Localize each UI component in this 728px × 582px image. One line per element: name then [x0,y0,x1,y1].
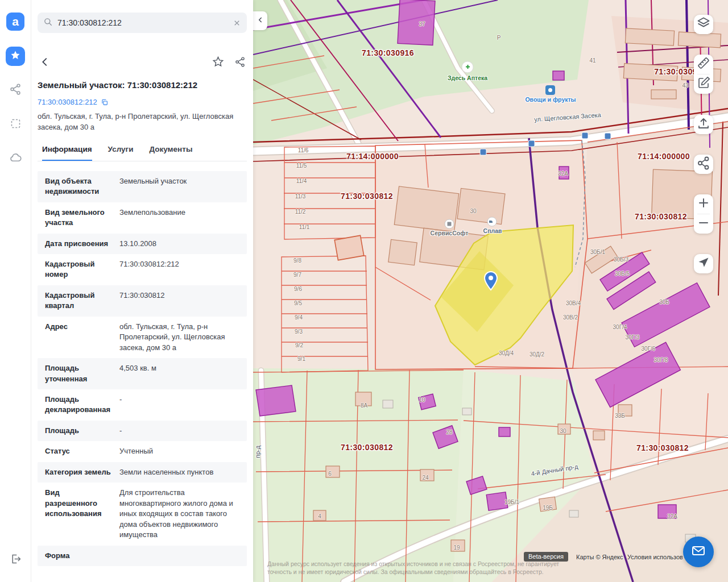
map-disclaimer: Данный ресурс использует сведения из отк… [267,560,574,582]
info-value: - [119,426,247,436]
zoom-out-button[interactable] [694,214,713,234]
info-value [119,551,247,561]
parcel-number: 9/4 [295,314,303,321]
office-icon[interactable] [445,219,454,228]
app-logo[interactable]: a [6,13,24,31]
rail-share-button[interactable] [6,81,25,100]
info-row: Форма [38,546,247,566]
measure-button[interactable] [694,55,713,74]
share-nodes-icon [694,153,713,175]
parcel-number: 33Б [615,413,625,419]
parcel-number: 30 [560,428,566,434]
parcel-number: 30Б/1 [590,249,605,255]
share-map-button[interactable] [694,155,713,174]
poi-label-shop[interactable]: Овощи и фрукты [525,96,576,103]
beta-badge: Beta-версия [524,552,568,562]
parcel-number: Р [497,35,501,41]
parcel-number: 11/3 [295,193,306,199]
parcel-number: 30Г/4 [613,324,627,330]
quarter-label: 71:30:030812 [341,443,393,452]
chat-button[interactable] [683,537,714,567]
info-label: Вид земельного участка [38,207,119,228]
search-input[interactable] [57,18,228,27]
map-copyright-link[interactable]: Карты © Яндекс [576,554,623,560]
info-row: Площадь декларированная- [38,389,247,421]
info-label: Площадь [38,426,119,436]
map-terms-link[interactable]: Условия использования [627,554,682,560]
tab-services[interactable]: Услуги [108,142,134,161]
upload-control [694,115,713,134]
rail-cloud-button[interactable] [6,149,25,168]
copy-icon[interactable] [101,98,109,106]
layers-button[interactable] [694,15,713,34]
quarter-label: 71:14:000000 [346,152,399,161]
info-row: Площадь уточненная4,503 кв. м [38,358,247,389]
parcel-number: 30В/4 [566,300,581,306]
search-clear-icon[interactable] [233,19,241,27]
rail-select-area-button[interactable] [6,115,25,134]
layers-control [694,15,713,34]
info-row: Вид земельного участкаЗемлепользование [38,202,247,234]
info-table: Вид объекта недвижимостиЗемельный участо… [31,171,253,566]
info-row: Вид разрешенного использованияДля строит… [38,483,247,545]
shop-icon[interactable] [545,85,555,95]
parcel-number: 32А [558,171,568,177]
pharmacy-icon[interactable] [462,61,473,73]
parcel-number: 30Б/3 [614,256,628,263]
info-row: Кадастровый номер71:30:030812:212 [38,254,247,285]
info-label: Кадастровый квартал [38,290,119,311]
parcel-number: 11/5 [296,163,307,169]
quarter-label: 71:30:030812 [636,443,689,452]
parcel-number: 9/2 [295,342,303,348]
zoom-control [694,194,713,234]
cadastral-number-link[interactable]: 71:30:030812:212 [38,98,97,106]
parcel-number: 30Д/4 [499,350,514,356]
info-label: Кадастровый номер [38,259,119,280]
hotel-icon[interactable] [487,217,497,226]
parcel-number: 30Г/6 [642,346,656,352]
page-title: Земельный участок: 71:30:030812:212 [38,80,247,90]
app-root: a [0,0,728,582]
info-row: Вид объекта недвижимостиЗемельный участо… [38,171,247,202]
info-value: Земельный участок [119,176,247,197]
share-nodes-icon [9,83,22,98]
zoom-in-button[interactable] [694,194,713,214]
parcel-number: 19 [453,544,460,551]
info-row: СтатусУчтенный [38,441,247,462]
info-value: Учтенный [119,446,247,456]
poi-label-hotel[interactable]: Сплав [483,227,502,234]
favorite-star-button[interactable] [212,56,224,68]
parcel-number: 9/7 [293,272,301,278]
panel-tabs: Информация Услуги Документы [38,142,247,161]
share-map-control [694,155,713,174]
info-value: - [119,394,247,415]
tab-documents[interactable]: Документы [150,142,193,161]
envelope-icon [691,543,706,560]
ruler-icon [694,53,713,75]
poi-label-pharmacy[interactable]: Здесь Аптека [448,74,487,81]
info-value: обл. Тульская, г. Тула, р-н Пролетарский… [119,322,247,353]
info-value: 71:30:030812 [119,290,247,311]
rail-exit-button[interactable] [6,550,25,569]
rail-favorites-button[interactable] [6,47,25,66]
info-value: 4,503 кв. м [119,363,247,384]
poi-label-office[interactable]: СервисСофт [431,230,469,236]
parcel-number: 30В/2 [563,314,578,321]
upload-button[interactable] [694,115,713,134]
parcel-number: 11/2 [295,209,306,215]
search-icon [43,17,53,29]
back-button[interactable] [39,56,51,68]
tab-information[interactable]: Информация [42,142,92,161]
parcel-number: 28 [446,429,452,435]
parcel-number: 30 [470,208,476,214]
parcel-number: 10 [419,397,425,403]
info-row: Категория земельЗемли населенных пунктов [38,462,247,483]
map-canvas[interactable] [253,0,728,582]
locate-me-button[interactable] [694,254,713,273]
parcel-number: 11/4 [296,178,307,184]
info-value: Для строительства многоквартирного жилог… [119,488,247,540]
parcel-number: 9/3 [295,329,303,335]
draw-button[interactable] [694,74,713,94]
collapse-panel-button[interactable] [253,11,267,30]
share-object-button[interactable] [234,56,246,68]
